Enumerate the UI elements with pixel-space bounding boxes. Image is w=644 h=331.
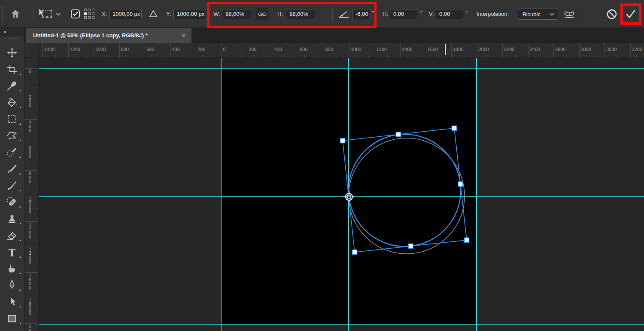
reference-point-cell[interactable]	[88, 12, 91, 15]
transform-handle[interactable]	[352, 250, 357, 255]
smudge-tool[interactable]	[0, 260, 24, 277]
reference-point-cell[interactable]	[84, 9, 87, 11]
interpolation-select[interactable]: Bicubic	[518, 9, 558, 20]
reference-point-locator[interactable]	[84, 9, 96, 20]
smudge-finger-icon	[6, 263, 18, 274]
path-selection-tool[interactable]	[0, 294, 24, 310]
transform-bounding-box[interactable]	[343, 128, 467, 252]
quick-selection-icon	[6, 147, 18, 158]
mixer-brush-tool[interactable]	[0, 161, 24, 177]
ruler-tick-label: 3000	[606, 47, 617, 52]
home-icon	[10, 9, 21, 19]
options-bar-grip[interactable]	[2, 6, 3, 21]
eyedropper-tool[interactable]	[0, 78, 24, 94]
commit-transform-button[interactable]	[625, 8, 637, 20]
clone-stamp-icon	[7, 214, 17, 224]
vertical-ruler[interactable]: 0200400600800100012001400160018002000	[24, 58, 39, 331]
clone-stamp-tool[interactable]	[0, 211, 24, 227]
polygonal-lasso-icon	[6, 130, 18, 141]
collapse-panels-button[interactable]: »	[0, 28, 24, 36]
reference-point-cell[interactable]	[92, 12, 94, 15]
rotate-button[interactable]	[337, 9, 350, 19]
ruler-tick-label: 1800	[24, 299, 36, 316]
maintain-aspect-ratio-button[interactable]	[256, 8, 268, 20]
healing-brush-tool[interactable]	[0, 194, 24, 210]
toggle-reference-point-checkbox[interactable]	[71, 9, 80, 18]
chevron-down-icon	[56, 13, 61, 16]
original-ellipse-outline	[349, 138, 465, 254]
reference-point-cell[interactable]	[84, 16, 87, 19]
transform-handle[interactable]	[458, 182, 463, 187]
eyedropper-icon	[7, 81, 17, 91]
separator	[33, 7, 33, 21]
reference-point-cell[interactable]	[88, 9, 91, 11]
h-skew-field[interactable]: 0,00	[390, 9, 417, 19]
move-tool[interactable]	[0, 45, 24, 61]
rectangle-tool[interactable]	[0, 310, 24, 327]
angle-icon	[338, 10, 349, 18]
ruler-tick-label: 2200	[504, 47, 514, 52]
x-position-field[interactable]: 1000,00 px	[109, 9, 142, 19]
ruler-tick-label: 1200	[70, 47, 80, 52]
transform-handle[interactable]	[408, 244, 413, 249]
width-scale-field[interactable]: 98,00%	[222, 9, 251, 19]
toolbar-grip[interactable]	[5, 38, 19, 39]
reference-point-cell[interactable]	[84, 12, 87, 15]
separator	[582, 7, 582, 21]
ruler-tick-label: 1000	[351, 47, 361, 52]
transform-overlay	[39, 58, 644, 331]
type-icon	[7, 247, 17, 257]
paint-bucket-tool[interactable]	[0, 94, 24, 111]
ruler-tick-label: 400	[24, 120, 36, 133]
x-label: X:	[102, 11, 107, 17]
height-scale-field[interactable]: 98,00%	[286, 9, 315, 19]
free-transform-tool-button[interactable]	[37, 8, 54, 20]
eraser-tool[interactable]	[0, 227, 24, 244]
reference-point-cell[interactable]	[88, 16, 91, 19]
ruler-tick-label: 600	[24, 146, 36, 159]
reference-point-cell[interactable]	[92, 16, 94, 19]
transform-handle[interactable]	[340, 138, 345, 143]
brush-icon	[6, 180, 18, 191]
v-skew-field[interactable]: 0,00	[436, 9, 463, 19]
home-button[interactable]	[9, 7, 22, 20]
ruler-tick-label: 800	[325, 47, 333, 52]
ruler-origin-corner[interactable]	[24, 43, 39, 58]
separator	[332, 7, 333, 21]
ruler-tick-label: 200	[249, 47, 256, 52]
ruler-tick-label: 800	[24, 172, 36, 184]
cancel-transform-button[interactable]	[606, 8, 618, 20]
mouse-position-indicator	[445, 44, 446, 55]
reference-point-cell[interactable]	[92, 9, 94, 11]
ruler-tick-label: 3200	[632, 47, 642, 52]
ruler-tick-label: 0	[223, 47, 226, 52]
reference-point-target[interactable]	[343, 191, 355, 202]
transform-handle[interactable]	[465, 238, 469, 243]
document-tab[interactable]: Untitled-1 @ 50% (Ellipse 1 copy, RGB/8#…	[26, 28, 191, 43]
rectangular-marquee-tool[interactable]	[0, 111, 24, 127]
checkmark-icon	[625, 9, 637, 20]
ruler-tick-label: 200	[24, 95, 36, 108]
crop-tool[interactable]	[0, 61, 24, 78]
ruler-tick-label: 600	[146, 47, 154, 52]
polygonal-lasso-tool[interactable]	[0, 127, 24, 144]
interpolation-label: Interpolation:	[477, 11, 509, 17]
quick-selection-tool[interactable]	[0, 144, 24, 160]
horizontal-ruler[interactable]: 1400120010008006004002000200400600800100…	[39, 43, 644, 58]
rotation-angle-field[interactable]: -6,00	[352, 9, 371, 19]
h-skew-unit: °	[419, 9, 422, 16]
ruler-tick-label: 1200	[377, 47, 387, 52]
brush-tool[interactable]	[0, 178, 24, 194]
transform-handle[interactable]	[452, 126, 457, 131]
warp-mode-button[interactable]	[562, 8, 576, 20]
type-tool[interactable]	[0, 244, 24, 260]
y-position-field[interactable]: 1000,00 px	[173, 9, 206, 19]
pen-tool[interactable]	[0, 277, 24, 293]
relative-positioning-button[interactable]	[149, 9, 158, 18]
ruler-tick-label: 200	[197, 47, 205, 52]
canvas-workspace[interactable]	[39, 58, 644, 331]
ruler-tick-label: 1600	[428, 47, 438, 52]
transform-handle[interactable]	[396, 132, 401, 137]
close-tab-icon[interactable]: ×	[182, 32, 185, 39]
tool-preset-chevron[interactable]	[55, 12, 61, 16]
